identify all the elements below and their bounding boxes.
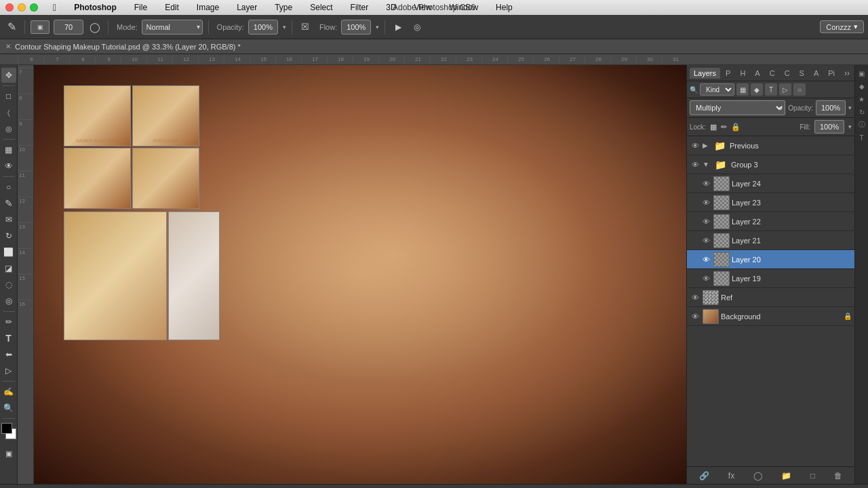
dodge-tool[interactable]: ◎ [1,293,16,308]
lasso-tool[interactable]: 〈 [1,105,16,120]
opacity-value[interactable]: 100% [816,100,846,115]
apple-menu[interactable]:  [53,2,56,13]
menu-layer[interactable]: Layer [233,1,261,14]
kind-filter-select[interactable]: Kind [700,83,734,96]
eraser-tool[interactable]: ⬜ [1,245,16,260]
visibility-layer23[interactable]: 👁 [701,197,711,208]
lock-pixels-icon[interactable]: ▦ [710,123,717,131]
create-group-icon[interactable]: 📁 [778,470,794,482]
layer-row-22[interactable]: 👁 Layer 22 [687,212,854,231]
shape-tool[interactable]: ▷ [1,363,16,378]
add-mask-icon[interactable]: ◯ [751,470,765,482]
opacity-value[interactable]: 100% [248,20,278,35]
delete-layer-icon[interactable]: 🗑 [831,470,845,482]
eyedropper-tool[interactable]: 👁 [1,159,16,174]
link-layers-icon[interactable]: 🔗 [696,470,712,482]
tab-c1[interactable]: C [766,68,779,79]
rectangular-marquee-tool[interactable]: □ [1,89,16,104]
shape-filter-icon[interactable]: ▷ [779,83,791,96]
healing-brush-tool[interactable]: ○ [1,180,16,195]
quick-selection-tool[interactable]: ◎ [1,121,16,136]
close-button[interactable] [5,3,14,12]
menu-type[interactable]: Type [271,1,296,14]
foreground-color-swatch[interactable] [1,423,12,434]
menu-help[interactable]: Help [492,1,517,14]
app-name[interactable]: Photoshop [70,1,121,14]
panel-expand-icon[interactable]: ›› [842,67,852,79]
layer-row-24[interactable]: 👁 Layer 24 [687,174,854,193]
right-edge-adjust[interactable]: ◆ [856,81,867,92]
tab-a[interactable]: A [751,68,764,79]
visibility-layer22[interactable]: 👁 [701,216,711,227]
tab-s[interactable]: S [795,68,808,79]
right-edge-style[interactable]: ★ [856,94,867,104]
type-tool[interactable]: T [1,331,16,346]
expand-group3[interactable]: ▼ [703,161,709,168]
layer-row-group3[interactable]: 👁 ▼ 📁 Group 3 [687,155,854,174]
spray-icon[interactable]: ◎ [410,20,425,35]
right-edge-history[interactable]: ↻ [856,106,867,117]
pixel-filter-icon[interactable]: ▦ [736,83,749,96]
type-filter-icon[interactable]: T [765,83,777,96]
layer-row-19[interactable]: 👁 Layer 19 [687,269,854,288]
brush-tool-icon[interactable]: ✎ [4,20,19,35]
mode-select[interactable]: Normal Dissolve Multiply Screen [142,20,203,35]
layer-row-previous[interactable]: 👁 ▶ 📁 Previous [687,136,854,155]
tab-c2[interactable]: C [781,68,794,79]
right-edge-type[interactable]: T [856,132,867,143]
layer-row-23[interactable]: 👁 Layer 23 [687,193,854,212]
clone-stamp-tool[interactable]: ✉ [1,212,16,227]
fill-value[interactable]: 100% [814,120,844,134]
zoom-tool[interactable]: 🔍 [1,401,16,415]
visibility-ref[interactable]: 👁 [690,292,701,303]
smoothing-icon[interactable]: ▶ [391,20,406,35]
layer-row-21[interactable]: 👁 Layer 21 [687,231,854,250]
layer-row-ref[interactable]: 👁 Ref [687,288,854,307]
visibility-layer20[interactable]: 👁 [701,254,711,265]
lock-position-icon[interactable]: ✏ [721,123,727,131]
blur-tool[interactable]: ◌ [1,277,16,292]
gradient-tool[interactable]: ◪ [1,261,16,276]
tab-layers[interactable]: Layers [690,68,720,79]
brush-preset-icon[interactable]: ▣ [31,20,50,34]
visibility-background[interactable]: 👁 [690,311,701,322]
pen-tool[interactable]: ✏ [1,314,16,329]
lock-all-icon[interactable]: 🔒 [731,123,741,131]
layer-row-20[interactable]: 👁 Layer 20 [687,250,854,269]
visibility-previous[interactable]: 👁 [690,140,701,151]
move-tool[interactable]: ✥ [1,68,16,83]
doc-close-icon[interactable]: ✕ [5,43,11,50]
visibility-layer21[interactable]: 👁 [701,235,711,246]
tab-p[interactable]: P [722,68,734,79]
tab-h[interactable]: H [736,68,749,79]
hand-tool[interactable]: ✍ [1,384,16,399]
canvas-area[interactable]: 7 8 9 10 11 12 13 14 15 16 SAMER KHOUZAM… [18,65,686,484]
menu-file[interactable]: File [130,1,151,14]
minimize-button[interactable] [18,3,26,12]
path-selection-tool[interactable]: ⬅ [1,347,16,362]
add-style-icon[interactable]: fx [726,470,737,482]
adjustment-filter-icon[interactable]: ◆ [751,83,763,96]
visibility-group3[interactable]: 👁 [690,159,701,170]
right-edge-info[interactable]: ⓘ [856,119,867,130]
create-layer-icon[interactable]: □ [808,470,818,482]
flow-value[interactable]: 100% [341,20,371,35]
menu-image[interactable]: Image [193,1,223,14]
blend-mode-select[interactable]: Multiply Normal Screen Overlay [690,100,785,115]
quick-mask-btn[interactable]: ▣ [1,446,16,461]
layer-row-background[interactable]: 👁 Background 🔒 [687,307,854,326]
brush-tool[interactable]: ✎ [1,196,16,211]
visibility-layer24[interactable]: 👁 [701,178,711,189]
crop-tool[interactable]: ▦ [1,142,16,157]
airbrush-icon[interactable]: ☒ [298,20,313,35]
brush-size-icon[interactable]: ◯ [87,20,102,35]
smart-filter-icon[interactable]: ○ [793,83,806,96]
right-edge-color[interactable]: ▣ [856,68,867,79]
tab-a2[interactable]: A [810,68,823,79]
color-swatches[interactable] [1,423,16,442]
expand-previous[interactable]: ▶ [703,142,708,149]
menu-filter[interactable]: Filter [347,1,373,14]
menu-edit[interactable]: Edit [161,1,183,14]
visibility-layer19[interactable]: 👁 [701,273,711,284]
history-brush-tool[interactable]: ↻ [1,228,16,243]
